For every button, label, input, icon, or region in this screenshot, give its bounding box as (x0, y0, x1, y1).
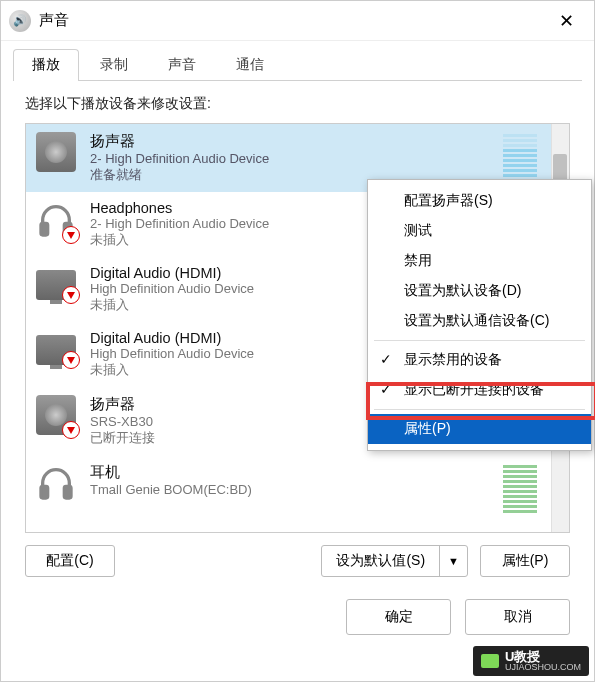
menu-separator (374, 340, 585, 341)
instruction-text: 选择以下播放设备来修改设置: (1, 81, 594, 123)
cancel-button[interactable]: 取消 (465, 599, 570, 635)
watermark-icon (481, 654, 499, 668)
menu-separator (374, 409, 585, 410)
speaker-icon (36, 132, 76, 172)
set-default-label: 设为默认值(S) (322, 546, 440, 576)
device-row[interactable]: 耳机Tmall Genie BOOM(EC:BD) (26, 455, 551, 511)
context-menu: 配置扬声器(S)测试禁用设置为默认设备(D)设置为默认通信设备(C)显示禁用的设… (367, 179, 592, 451)
properties-button[interactable]: 属性(P) (480, 545, 570, 577)
device-buttons-row: 配置(C) 设为默认值(S) ▼ 属性(P) (1, 533, 594, 589)
context-menu-item[interactable]: 显示已断开连接的设备 (368, 375, 591, 405)
context-menu-item[interactable]: 属性(P) (368, 414, 591, 444)
watermark: U教授 UJIAOSHOU.COM (473, 646, 589, 676)
watermark-url: UJIAOSHOU.COM (505, 663, 581, 672)
device-sub: Tmall Genie BOOM(EC:BD) (90, 482, 541, 497)
tab-playback[interactable]: 播放 (13, 49, 79, 80)
dialog-footer: 确定 取消 (1, 589, 594, 635)
monitor-icon (36, 270, 76, 300)
window-title: 声音 (39, 11, 69, 30)
speaker-icon (36, 395, 76, 435)
device-name: 扬声器 (90, 132, 541, 151)
level-meter (503, 134, 537, 182)
ok-button[interactable]: 确定 (346, 599, 451, 635)
configure-button[interactable]: 配置(C) (25, 545, 115, 577)
tab-recording[interactable]: 录制 (81, 49, 147, 80)
headphones-icon (36, 200, 76, 240)
error-badge-icon (62, 351, 80, 369)
context-menu-item[interactable]: 测试 (368, 216, 591, 246)
tab-communications[interactable]: 通信 (217, 49, 283, 80)
context-menu-item[interactable]: 显示禁用的设备 (368, 345, 591, 375)
tab-strip: 播放 录制 声音 通信 (1, 41, 594, 80)
set-default-chevron-icon[interactable]: ▼ (440, 546, 467, 576)
error-badge-icon (62, 226, 80, 244)
context-menu-item[interactable]: 设置为默认通信设备(C) (368, 306, 591, 336)
device-name: 耳机 (90, 463, 541, 482)
svg-rect-2 (41, 486, 48, 498)
svg-rect-0 (41, 223, 48, 235)
monitor-icon (36, 335, 76, 365)
tab-sounds[interactable]: 声音 (149, 49, 215, 80)
device-info: 扬声器2- High Definition Audio Device准备就绪 (90, 132, 541, 184)
error-badge-icon (62, 286, 80, 304)
context-menu-item[interactable]: 禁用 (368, 246, 591, 276)
set-default-button[interactable]: 设为默认值(S) ▼ (321, 545, 468, 577)
error-badge-icon (62, 421, 80, 439)
context-menu-item[interactable]: 设置为默认设备(D) (368, 276, 591, 306)
context-menu-item[interactable]: 配置扬声器(S) (368, 186, 591, 216)
svg-rect-3 (64, 486, 71, 498)
device-sub: 2- High Definition Audio Device (90, 151, 541, 166)
sound-icon: 🔊 (9, 10, 31, 32)
level-meter (503, 465, 537, 513)
headphones-icon (36, 463, 76, 503)
close-button[interactable]: ✕ (546, 10, 586, 32)
device-info: 耳机Tmall Genie BOOM(EC:BD) (90, 463, 541, 497)
titlebar: 🔊 声音 ✕ (1, 1, 594, 41)
